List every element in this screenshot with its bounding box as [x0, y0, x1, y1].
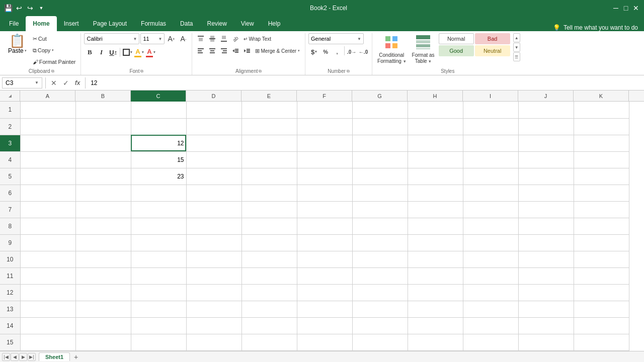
- cell-I9[interactable]: [463, 234, 518, 251]
- text-direction-button[interactable]: ab: [230, 33, 241, 44]
- cell-B10[interactable]: [75, 251, 131, 267]
- cell-E2[interactable]: [242, 118, 297, 135]
- cell-H3[interactable]: [408, 135, 463, 151]
- cell-E3[interactable]: [242, 135, 297, 151]
- cell-D13[interactable]: [186, 301, 242, 317]
- font-name-select[interactable]: Calibri ▼: [84, 33, 139, 44]
- col-header-A[interactable]: A: [20, 90, 75, 102]
- cell-C15[interactable]: [131, 334, 186, 350]
- cell-K3[interactable]: [574, 135, 629, 151]
- cell-K2[interactable]: [574, 118, 629, 135]
- cell-I7[interactable]: [463, 201, 518, 218]
- style-neutral[interactable]: Neutral: [475, 45, 510, 56]
- cell-G8[interactable]: [352, 218, 408, 234]
- align-center-button[interactable]: [207, 45, 218, 56]
- cell-G11[interactable]: [352, 267, 408, 284]
- cell-F9[interactable]: [297, 234, 352, 251]
- increase-decimal-button[interactable]: .0→: [346, 46, 357, 57]
- font-color-button[interactable]: A ▾: [145, 47, 156, 58]
- cell-A12[interactable]: [20, 284, 75, 301]
- cell-A8[interactable]: [20, 218, 75, 234]
- cell-G15[interactable]: [352, 334, 408, 350]
- cell-A13[interactable]: [20, 301, 75, 317]
- row-header-6[interactable]: 6: [0, 185, 20, 201]
- currency-arrow[interactable]: ▾: [315, 50, 317, 54]
- cell-F15[interactable]: [297, 334, 352, 350]
- cell-B11[interactable]: [75, 267, 131, 284]
- row-header-5[interactable]: 5: [0, 168, 20, 185]
- cell-G10[interactable]: [352, 251, 408, 267]
- cell-E5[interactable]: [242, 168, 297, 185]
- format-painter-button[interactable]: 🖌 Format Painter: [31, 56, 78, 67]
- cell-J8[interactable]: [518, 218, 574, 234]
- cell-J1[interactable]: [518, 102, 574, 118]
- customize-icon[interactable]: ▼: [37, 4, 45, 12]
- cell-J5[interactable]: [518, 168, 574, 185]
- col-header-B[interactable]: B: [75, 90, 131, 102]
- cell-C8[interactable]: [131, 218, 186, 234]
- tab-insert[interactable]: Insert: [57, 16, 86, 31]
- font-size-select[interactable]: 11 ▼: [140, 33, 165, 44]
- redo-icon[interactable]: ↪: [26, 4, 34, 12]
- cell-J10[interactable]: [518, 251, 574, 267]
- cell-F14[interactable]: [297, 317, 352, 334]
- cell-B13[interactable]: [75, 301, 131, 317]
- cell-H15[interactable]: [408, 334, 463, 350]
- cell-G3[interactable]: [352, 135, 408, 151]
- cell-I11[interactable]: [463, 267, 518, 284]
- tab-data[interactable]: Data: [173, 16, 200, 31]
- cell-A14[interactable]: [20, 317, 75, 334]
- sheet-nav-next[interactable]: ▶: [19, 353, 27, 361]
- cell-H2[interactable]: [408, 118, 463, 135]
- cell-K11[interactable]: [574, 267, 629, 284]
- cell-H10[interactable]: [408, 251, 463, 267]
- style-good[interactable]: Good: [439, 45, 474, 56]
- cell-D7[interactable]: [186, 201, 242, 218]
- cell-A15[interactable]: [20, 334, 75, 350]
- cell-E4[interactable]: [242, 151, 297, 168]
- undo-icon[interactable]: ↩: [15, 4, 23, 12]
- cell-B3[interactable]: [75, 135, 131, 151]
- row-header-15[interactable]: 15: [0, 334, 20, 350]
- confirm-formula-icon[interactable]: ✓: [61, 78, 71, 88]
- tab-review[interactable]: Review: [200, 16, 233, 31]
- cell-F2[interactable]: [297, 118, 352, 135]
- number-expand-icon[interactable]: ⧉: [347, 69, 350, 74]
- merge-center-button[interactable]: ⊞ Merge & Center ▾: [253, 45, 302, 56]
- cell-F6[interactable]: [297, 185, 352, 201]
- cell-J11[interactable]: [518, 267, 574, 284]
- cell-C14[interactable]: [131, 317, 186, 334]
- sheet-nav-prev[interactable]: ◀: [11, 353, 19, 361]
- cell-I8[interactable]: [463, 218, 518, 234]
- cell-J12[interactable]: [518, 284, 574, 301]
- paste-button[interactable]: 📋 Paste ▾: [5, 33, 30, 55]
- col-header-H[interactable]: H: [408, 90, 463, 102]
- cell-I12[interactable]: [463, 284, 518, 301]
- cell-I2[interactable]: [463, 118, 518, 135]
- cell-J9[interactable]: [518, 234, 574, 251]
- cell-G13[interactable]: [352, 301, 408, 317]
- cell-K15[interactable]: [574, 334, 629, 350]
- tab-home[interactable]: Home: [26, 16, 56, 31]
- cell-K4[interactable]: [574, 151, 629, 168]
- align-left-button[interactable]: [195, 45, 206, 56]
- sheet-tab-1[interactable]: Sheet1: [39, 352, 70, 361]
- cell-B5[interactable]: [75, 168, 131, 185]
- border-button[interactable]: ▾: [122, 47, 133, 58]
- cell-J4[interactable]: [518, 151, 574, 168]
- cell-I1[interactable]: [463, 102, 518, 118]
- close-icon[interactable]: ✕: [632, 4, 640, 12]
- fill-color-button[interactable]: A ▾: [133, 47, 144, 58]
- cell-F3[interactable]: [297, 135, 352, 151]
- cell-D2[interactable]: [186, 118, 242, 135]
- cell-C13[interactable]: [131, 301, 186, 317]
- cell-J13[interactable]: [518, 301, 574, 317]
- cell-K8[interactable]: [574, 218, 629, 234]
- cell-C1[interactable]: [131, 102, 186, 118]
- cell-K9[interactable]: [574, 234, 629, 251]
- cell-H14[interactable]: [408, 317, 463, 334]
- cell-D14[interactable]: [186, 317, 242, 334]
- underline-arrow[interactable]: ▾: [115, 50, 117, 54]
- cell-G1[interactable]: [352, 102, 408, 118]
- cell-H12[interactable]: [408, 284, 463, 301]
